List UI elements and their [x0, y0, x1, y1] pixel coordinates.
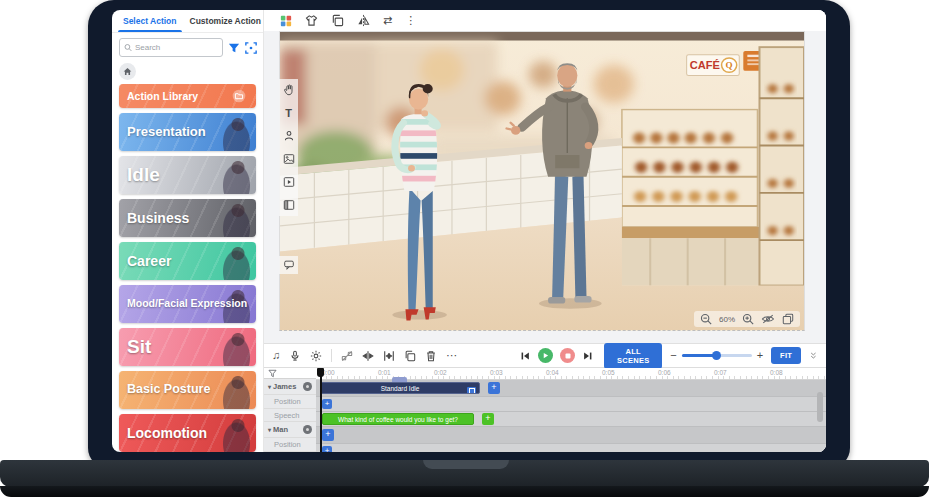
tab-customize-action[interactable]: Customize Action	[188, 10, 264, 32]
clip-standard-idle[interactable]: Standard Idle	[320, 382, 480, 394]
action-library-header[interactable]: Action Library	[119, 84, 256, 108]
timeline-toolbar: ♫ ⋯	[264, 344, 826, 368]
add-action-button[interactable]: +	[322, 429, 334, 441]
slider-track[interactable]	[682, 354, 752, 357]
category-figure	[220, 418, 250, 452]
add-action-button[interactable]: +	[488, 382, 500, 394]
float-window-icon[interactable]	[782, 313, 794, 325]
chevron-down-icon: ▾	[268, 426, 271, 433]
delete-icon[interactable]	[425, 350, 437, 362]
cafe-sign-text: CAFÉ	[690, 59, 720, 71]
focus-view-icon[interactable]	[245, 42, 257, 54]
fit-button[interactable]: FIT	[771, 347, 801, 364]
mic-icon[interactable]	[289, 350, 301, 362]
search-input[interactable]	[135, 43, 218, 52]
category-career[interactable]: Career	[119, 242, 256, 280]
track-james[interactable]: ▾ James	[264, 379, 316, 395]
category-locomotion[interactable]: Locomotion	[119, 414, 256, 452]
split-icon[interactable]	[341, 350, 353, 362]
callout-tool[interactable]	[279, 256, 298, 274]
ruler-tick-label: 0:05	[602, 369, 615, 376]
prop-tool	[282, 198, 296, 212]
video-icon[interactable]	[283, 176, 295, 188]
trim-in-icon[interactable]	[362, 350, 374, 362]
category-presentation[interactable]: Presentation	[119, 113, 256, 151]
all-scenes-button[interactable]: ALL SCENES	[604, 343, 662, 369]
clip-speech[interactable]: What kind of coffee would you like to ge…	[322, 413, 474, 425]
stage-more-icon[interactable]: ⋮	[405, 15, 416, 26]
hide-ui-icon[interactable]	[761, 313, 775, 325]
skip-end-icon[interactable]	[582, 350, 594, 362]
category-label: Basic Posture	[127, 383, 210, 396]
category-sit[interactable]: Sit	[119, 328, 256, 366]
category-figure	[220, 246, 250, 280]
hand-icon[interactable]	[283, 84, 295, 96]
category-figure	[220, 375, 250, 409]
subtrack-james-speech[interactable]: Speech	[264, 409, 316, 423]
track-man[interactable]: ▾ Man	[264, 422, 316, 438]
text-tool-icon: T	[285, 108, 292, 119]
track-name: Man	[273, 425, 288, 434]
lane-james-position[interactable]: +	[316, 397, 826, 412]
filter-icon[interactable]	[228, 42, 240, 54]
subtrack-james-position[interactable]: Position	[264, 395, 316, 409]
swap-icon[interactable]: ⇄	[383, 15, 392, 26]
playhead[interactable]	[320, 368, 322, 452]
category-figure	[220, 160, 250, 194]
slider-knob[interactable]	[712, 351, 721, 360]
color-swatch-icon[interactable]	[280, 15, 292, 27]
collapse-timeline-icon[interactable]	[809, 350, 818, 361]
play-button[interactable]	[538, 348, 553, 363]
lane-james-speech[interactable]: What kind of coffee would you like to ge…	[316, 412, 826, 427]
slider-plus-icon[interactable]: +	[757, 350, 763, 361]
duplicate-character-icon[interactable]	[331, 14, 344, 27]
add-marker-tab[interactable]	[392, 377, 407, 382]
slider-minus-icon[interactable]: −	[670, 350, 676, 361]
track-visibility-toggle[interactable]	[303, 425, 312, 434]
zoom-in-icon[interactable]	[742, 313, 754, 325]
category-business[interactable]: Business	[119, 199, 256, 237]
tab-select-action[interactable]: Select Action	[112, 10, 188, 32]
duplicate-clip-icon[interactable]	[404, 350, 416, 362]
skip-start-icon[interactable]	[519, 350, 531, 362]
add-speech-button[interactable]: +	[482, 413, 494, 425]
clip-options-icon[interactable]	[467, 387, 476, 395]
category-mood-facial-expression[interactable]: Mood/Facial Expression	[119, 285, 256, 323]
category-idle[interactable]: Idle	[119, 156, 256, 194]
timeline-lanes[interactable]: 0:000:010:020:030:040:050:060:070:08 Sta…	[316, 368, 826, 452]
timeline-more-icon[interactable]: ⋯	[446, 350, 457, 361]
subtrack-man-position[interactable]: Position	[264, 438, 316, 452]
track-visibility-toggle[interactable]	[303, 382, 312, 391]
flip-mirror-icon[interactable]	[357, 14, 370, 27]
stop-icon	[565, 353, 571, 359]
subtrack-name: Position	[274, 440, 301, 449]
outfit-icon[interactable]	[305, 14, 318, 27]
add-position-button[interactable]: +	[322, 446, 332, 452]
track-name: James	[273, 382, 296, 391]
character-tool	[282, 129, 296, 143]
woman-shadow	[392, 310, 447, 319]
text-tool[interactable]: T	[282, 106, 296, 120]
category-basic-posture[interactable]: Basic Posture	[119, 371, 256, 409]
add-position-button[interactable]: +	[322, 399, 332, 409]
stage-scene[interactable]: CAFÉ Q	[279, 31, 805, 331]
lane-man-position[interactable]: +	[316, 444, 826, 452]
zoom-out-icon[interactable]	[700, 313, 712, 325]
audio-icon[interactable]: ♫	[272, 350, 280, 361]
scene-ceiling-beam	[280, 32, 804, 41]
video-tool	[282, 175, 296, 189]
lane-man[interactable]: +	[316, 427, 826, 444]
home-button[interactable]	[119, 63, 136, 80]
track-filter-icon[interactable]	[268, 369, 277, 378]
category-label: Business	[127, 211, 189, 226]
panel-icon[interactable]	[283, 199, 295, 211]
lane-james[interactable]: Standard Idle +	[316, 380, 826, 397]
category-label: Locomotion	[127, 426, 207, 441]
image-tool	[282, 152, 296, 166]
image-icon[interactable]	[283, 153, 295, 165]
stop-button[interactable]	[560, 348, 575, 363]
character-icon[interactable]	[283, 130, 295, 142]
effects-icon[interactable]	[310, 350, 322, 362]
timeline-scrollbar[interactable]	[817, 392, 823, 422]
trim-out-icon[interactable]	[383, 350, 395, 362]
